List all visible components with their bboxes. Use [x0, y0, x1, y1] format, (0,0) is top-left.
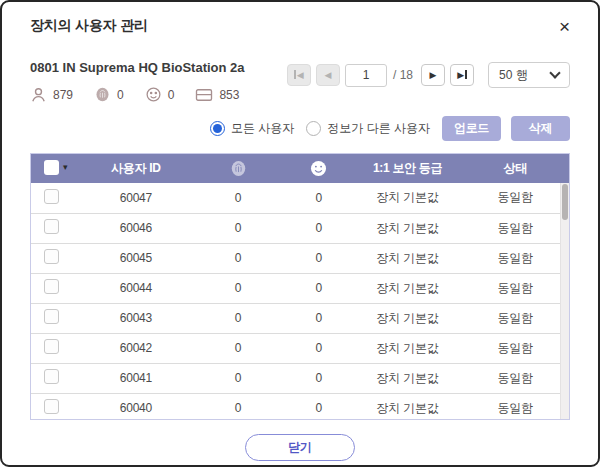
- rows-per-page-select[interactable]: 50 행: [488, 62, 570, 88]
- user-count-value: 879: [53, 88, 73, 102]
- table-row[interactable]: 60041 0 0 장치 기본값 동일함: [31, 363, 569, 393]
- table-row[interactable]: 60045 0 0 장치 기본값 동일함: [31, 243, 569, 273]
- row-checkbox-cell: [31, 273, 79, 303]
- rows-per-page-value: 50 행: [499, 67, 528, 84]
- select-all-checkbox[interactable]: ▾: [44, 160, 67, 175]
- table-header-row: ▾ 사용자 ID 1:1 보안 등급 상태: [31, 154, 569, 183]
- fingerprint-icon: [94, 86, 111, 103]
- fingerprint-cell: 0: [192, 393, 283, 420]
- fingerprint-cell: 0: [192, 273, 283, 303]
- card-count-value: 853: [219, 88, 239, 102]
- face-count-value: 0: [168, 88, 175, 102]
- row-checkbox[interactable]: [44, 339, 59, 354]
- prev-page-button[interactable]: ◀: [316, 64, 340, 86]
- device-name: 0801 IN Suprema HQ BioStation 2a: [30, 60, 245, 75]
- user-id-cell: 60043: [79, 303, 192, 333]
- row-checkbox[interactable]: [44, 309, 59, 324]
- row-checkbox[interactable]: [44, 279, 59, 294]
- table-scrollbar-thumb[interactable]: [562, 184, 568, 220]
- table-row[interactable]: 60040 0 0 장치 기본값 동일함: [31, 393, 569, 420]
- status-cell: 동일함: [461, 393, 569, 420]
- face-cell: 0: [284, 363, 354, 393]
- table-scrollbar-track[interactable]: [560, 183, 569, 419]
- row-checkbox[interactable]: [44, 189, 59, 204]
- device-counts: 879 0 0 853: [30, 86, 245, 103]
- status-cell: 동일함: [461, 213, 569, 243]
- user-id-cell: 60046: [79, 213, 192, 243]
- row-checkbox[interactable]: [44, 219, 59, 234]
- last-page-button[interactable]: ▶: [450, 64, 474, 86]
- security-level-cell: 장치 기본값: [354, 183, 462, 213]
- user-id-cell: 60041: [79, 363, 192, 393]
- device-info: 0801 IN Suprema HQ BioStation 2a 879 0 0…: [30, 60, 245, 103]
- info-row: 0801 IN Suprema HQ BioStation 2a 879 0 0…: [30, 60, 570, 103]
- select-all-header: ▾: [31, 154, 79, 183]
- user-id-cell: 60047: [79, 183, 192, 213]
- prev-page-icon: ◀: [325, 70, 332, 80]
- radio-different-info-circle[interactable]: [306, 121, 321, 136]
- radio-all-users-label: 모든 사용자: [231, 120, 294, 137]
- status-cell: 동일함: [461, 183, 569, 213]
- checkbox-box[interactable]: [44, 160, 59, 175]
- status-cell: 동일함: [461, 363, 569, 393]
- fingerprint-column-icon: [229, 159, 248, 178]
- header-fingerprint: [192, 154, 283, 183]
- user-table-container: ▾ 사용자 ID 1:1 보안 등급 상태 60047 0 0: [30, 153, 570, 420]
- row-checkbox-cell: [31, 243, 79, 273]
- header-status: 상태: [461, 154, 569, 183]
- next-page-button[interactable]: ▶: [421, 64, 445, 86]
- titlebar: 장치의 사용자 관리 ×: [30, 2, 570, 36]
- radio-all-users[interactable]: 모든 사용자: [210, 120, 294, 137]
- last-page-icon: ▶: [457, 70, 464, 80]
- header-face: [284, 154, 354, 183]
- page-total: / 18: [393, 68, 413, 82]
- fingerprint-cell: 0: [192, 333, 283, 363]
- delete-button[interactable]: 삭제: [511, 116, 570, 141]
- fingerprint-cell: 0: [192, 213, 283, 243]
- table-row[interactable]: 60043 0 0 장치 기본값 동일함: [31, 303, 569, 333]
- table-body: 60047 0 0 장치 기본값 동일함 60046 0 0 장치 기본값 동일…: [31, 183, 569, 420]
- table-row[interactable]: 60044 0 0 장치 기본값 동일함: [31, 273, 569, 303]
- row-checkbox[interactable]: [44, 249, 59, 264]
- security-level-cell: 장치 기본값: [354, 393, 462, 420]
- dialog-title: 장치의 사용자 관리: [30, 17, 148, 35]
- face-icon: [145, 86, 162, 103]
- page-number-input[interactable]: [345, 64, 387, 87]
- face-cell: 0: [284, 393, 354, 420]
- security-level-cell: 장치 기본값: [354, 243, 462, 273]
- security-level-cell: 장치 기본값: [354, 213, 462, 243]
- status-cell: 동일함: [461, 243, 569, 273]
- close-button[interactable]: 닫기: [245, 434, 355, 461]
- card-count: 853: [195, 87, 239, 103]
- user-id-cell: 60044: [79, 273, 192, 303]
- user-table: ▾ 사용자 ID 1:1 보안 등급 상태 60047 0 0: [31, 154, 569, 420]
- face-cell: 0: [284, 213, 354, 243]
- upload-button[interactable]: 업로드: [442, 116, 501, 141]
- row-checkbox[interactable]: [44, 399, 59, 414]
- fingerprint-count-value: 0: [117, 88, 124, 102]
- face-cell: 0: [284, 333, 354, 363]
- pagination: ◀ ◀ / 18 ▶ ▶ 50 행: [287, 62, 570, 88]
- row-checkbox-cell: [31, 363, 79, 393]
- row-checkbox-cell: [31, 393, 79, 420]
- face-cell: 0: [284, 273, 354, 303]
- table-row[interactable]: 60046 0 0 장치 기본값 동일함: [31, 213, 569, 243]
- checkbox-dropdown-icon[interactable]: ▾: [63, 162, 67, 172]
- security-level-cell: 장치 기본값: [354, 273, 462, 303]
- card-icon: [195, 87, 213, 103]
- device-user-management-dialog: 장치의 사용자 관리 × 0801 IN Suprema HQ BioStati…: [0, 0, 600, 467]
- radio-all-users-circle[interactable]: [210, 121, 225, 136]
- close-icon[interactable]: ×: [559, 17, 570, 36]
- row-checkbox-cell: [31, 213, 79, 243]
- first-page-button[interactable]: ◀: [287, 64, 311, 86]
- security-level-cell: 장치 기본값: [354, 363, 462, 393]
- face-column-icon: [309, 159, 328, 178]
- table-row[interactable]: 60047 0 0 장치 기본값 동일함: [31, 183, 569, 213]
- radio-different-info-users[interactable]: 정보가 다른 사용자: [306, 120, 430, 137]
- fingerprint-count: 0: [94, 86, 124, 103]
- row-checkbox[interactable]: [44, 369, 59, 384]
- table-row[interactable]: 60042 0 0 장치 기본값 동일함: [31, 333, 569, 363]
- row-checkbox-cell: [31, 303, 79, 333]
- chevron-down-icon: [549, 67, 560, 78]
- fingerprint-cell: 0: [192, 243, 283, 273]
